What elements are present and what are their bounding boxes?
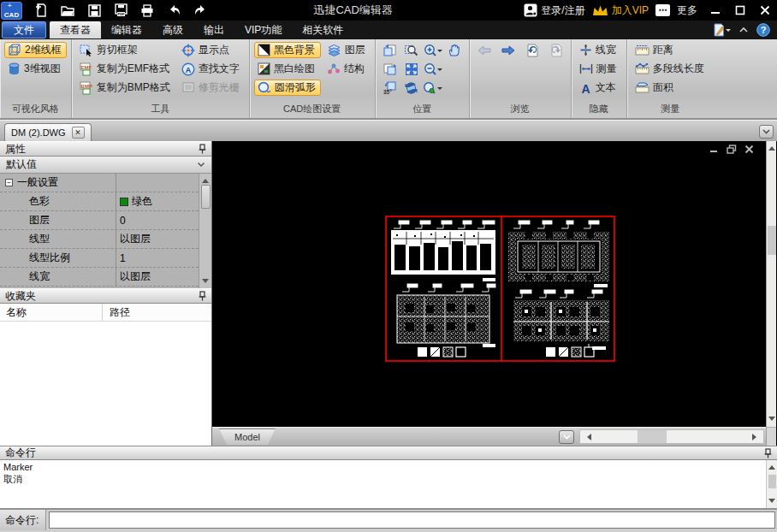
scroll-right-arrow[interactable] (752, 434, 760, 440)
measure-polyline-button[interactable]: 多段线长度 (632, 61, 709, 77)
favorites-column-name[interactable]: 名称 (0, 304, 103, 321)
menu-file-button[interactable]: 文件 (2, 21, 46, 38)
preset-dropdown[interactable]: 默认值 (0, 157, 211, 174)
zoom-scale-button[interactable] (423, 80, 443, 97)
property-grid-scrollbar[interactable] (199, 174, 211, 288)
property-row-color[interactable]: 色彩 绿色 (0, 192, 199, 211)
hide-text-button[interactable]: A 文本 (576, 80, 622, 96)
property-row-lineweight[interactable]: 线宽 以图层 (0, 268, 199, 287)
mdi-close-button[interactable] (744, 145, 754, 154)
minimize-button[interactable] (703, 1, 727, 20)
zoom-in-button[interactable] (423, 42, 443, 59)
property-row-linetype[interactable]: 线型 以图层 (0, 230, 199, 249)
scrollbar-thumb[interactable] (638, 430, 667, 443)
mdi-minimize-button[interactable] (709, 145, 719, 154)
menu-tab-viewer[interactable]: 查看器 (50, 21, 101, 38)
more-tools-button[interactable]: ⋯ (655, 4, 670, 16)
view-3d-button[interactable]: 3维视图 (4, 61, 67, 77)
scroll-up-arrow[interactable] (768, 462, 775, 470)
vip-button[interactable]: 加入VIP (592, 3, 649, 18)
save-button[interactable] (86, 3, 102, 18)
command-scrollbar[interactable] (766, 460, 777, 508)
zoom-out-button[interactable] (423, 61, 443, 78)
property-row-layer[interactable]: 图层 0 (0, 211, 199, 230)
copy-bmp-button[interactable]: BMP 复制为BMP格式 (76, 80, 175, 96)
scroll-left-arrow[interactable] (584, 434, 591, 440)
zoom-extents-button[interactable] (401, 61, 422, 78)
pan-button[interactable] (444, 42, 465, 59)
browse-forward-button[interactable] (498, 42, 519, 59)
measure-area-button[interactable]: 面积 (632, 80, 709, 96)
property-row-linetype-scale[interactable]: 线型比例 1 (0, 249, 199, 268)
copy-view-button[interactable] (380, 61, 400, 78)
favorites-column-path[interactable]: 路径 (103, 305, 130, 320)
scroll-down-arrow[interactable] (768, 417, 775, 424)
print-button[interactable] (139, 3, 155, 18)
help-button[interactable]: ? (756, 23, 770, 37)
login-button[interactable]: 登录/注册 (524, 3, 584, 18)
collapse-ribbon-button[interactable] (738, 27, 749, 34)
quick-edit-button[interactable] (712, 23, 731, 37)
horizontal-scrollbar[interactable] (579, 429, 764, 444)
scrollbar-thumb[interactable] (201, 185, 211, 209)
new-file-button[interactable] (33, 3, 49, 18)
measure-distance-button[interactable]: 距离 (632, 42, 709, 58)
menu-tab-vip[interactable]: VIP功能 (234, 21, 292, 39)
layers-button[interactable]: 图层 (323, 42, 371, 58)
zoom-scale-dropdown-arrow[interactable] (437, 87, 442, 92)
document-tab[interactable]: DM (2).DWG ✕ (4, 123, 92, 141)
document-tab-close-button[interactable]: ✕ (72, 127, 85, 139)
bw-drawing-button[interactable]: 黑白绘图 (254, 61, 321, 77)
hide-measure-button[interactable]: 测量 (576, 61, 622, 77)
more-label[interactable]: 更多 (677, 3, 697, 18)
zoom-out-dropdown-arrow[interactable] (437, 68, 442, 74)
scrollbar-thumb[interactable] (768, 226, 776, 255)
command-history[interactable]: Marker 取消 (0, 460, 777, 510)
redo-button[interactable] (193, 3, 208, 18)
maximize-button[interactable] (727, 1, 752, 20)
scrollbar-thumb[interactable] (768, 475, 776, 488)
show-points-button[interactable]: 显示点 (178, 42, 245, 58)
previous-view-button[interactable] (380, 42, 400, 59)
black-background-button[interactable]: 黑色背景 (254, 42, 321, 58)
clip-frame-button[interactable]: 剪切框架 (76, 42, 175, 58)
trim-raster-button[interactable]: 修剪光栅 (178, 80, 245, 96)
smooth-arc-button[interactable]: 圆滑弧形 (254, 80, 321, 96)
rotate-view-button[interactable]: 35° (380, 80, 400, 97)
browse-back-button[interactable] (474, 42, 495, 59)
zoom-window-button[interactable] (401, 42, 422, 59)
pin-icon[interactable] (764, 448, 772, 458)
open-file-button[interactable] (60, 3, 75, 18)
pin-icon[interactable] (199, 144, 206, 154)
wireframe-2d-button[interactable]: 2维线框 (4, 42, 67, 58)
hide-lineweight-button[interactable]: 线宽 (576, 42, 622, 58)
structure-button[interactable]: 结构 (323, 61, 371, 77)
save-pdf-button[interactable]: PDF (113, 3, 128, 18)
mdi-restore-button[interactable] (727, 145, 737, 154)
scrollbar-track[interactable] (595, 430, 749, 443)
menu-tab-advanced[interactable]: 高级 (152, 21, 193, 39)
zoom-in-dropdown-arrow[interactable] (437, 50, 442, 55)
tab-list-dropdown-button[interactable] (759, 125, 774, 139)
scroll-up-arrow[interactable] (768, 143, 775, 151)
pin-icon[interactable] (199, 291, 206, 301)
command-input[interactable] (49, 511, 775, 529)
favorites-list[interactable] (0, 322, 211, 446)
close-button[interactable] (752, 1, 777, 20)
find-text-button[interactable]: A 查找文字 (178, 61, 245, 77)
copy-emf-button[interactable]: EMF 复制为EMF格式 (76, 61, 175, 77)
menu-tab-related[interactable]: 相关软件 (292, 21, 353, 39)
menu-tab-editor[interactable]: 编辑器 (101, 21, 152, 39)
model-tab[interactable]: Model (219, 429, 276, 445)
view-forward-button[interactable] (546, 42, 566, 59)
scroll-up-arrow[interactable] (202, 175, 209, 183)
menu-tab-output[interactable]: 输出 (193, 21, 234, 39)
app-logo-icon[interactable]: + CAD (1, 2, 22, 20)
layout-list-button[interactable] (559, 430, 574, 444)
property-group-row[interactable]: − 一般设置 (0, 174, 199, 192)
drawing-canvas[interactable] (212, 141, 766, 427)
undo-button[interactable] (166, 3, 181, 18)
view-back-button[interactable] (522, 42, 543, 59)
vertical-scrollbar[interactable] (766, 141, 776, 446)
tree-collapse-icon[interactable]: − (5, 179, 13, 186)
